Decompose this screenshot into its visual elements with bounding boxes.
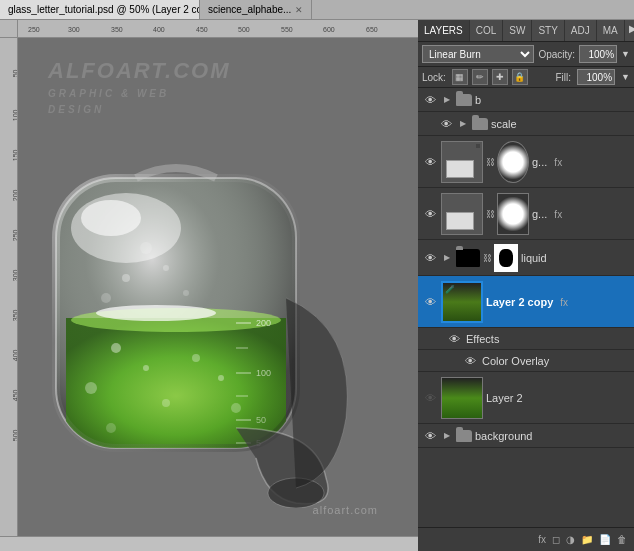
layer-item-name-g2: g... [532, 208, 547, 220]
layer-group-b[interactable]: 👁 ▶ b [418, 88, 634, 112]
ruler-top-mark: 350 [111, 26, 123, 33]
chain-liquid: ⛓ [483, 253, 491, 263]
tab-styles[interactable]: STY [532, 20, 564, 41]
blend-row: Linear Burn Opacity: ▼ [418, 42, 634, 67]
tab-inactive[interactable]: science_alphabe... ✕ [200, 0, 312, 19]
layer-name-b: b [475, 94, 630, 106]
panel-tab-overflow-arrow[interactable]: ▶▶ [625, 20, 634, 41]
panel-bottom-bar: fx ◻ ◑ 📁 📄 🗑 [418, 527, 634, 551]
scrollbar-horizontal[interactable] [18, 536, 418, 551]
eye-scale[interactable]: 👁 [438, 116, 454, 132]
svg-point-10 [218, 375, 224, 381]
layer-item-name-layer2: Layer 2 [486, 392, 523, 404]
eye-liquid[interactable]: 👁 [422, 250, 438, 266]
svg-point-28 [101, 293, 111, 303]
tab-swatches[interactable]: SW [503, 20, 532, 41]
chain-g1: ⛓ [486, 157, 494, 167]
folder-icon-scale [472, 118, 488, 130]
canvas-content: ALFOART.COM GRAPHIC & WEB DESIGN [18, 38, 418, 536]
layer-thumb-layer2copy: 🧪 [441, 281, 483, 323]
ruler-left: 50 100 150 200 250 300 350 400 450 500 [0, 38, 18, 551]
layer-info-layer2copy: Layer 2 copy fx [486, 296, 630, 308]
tab-label-active: glass_letter_tutorial.psd @ 50% (Layer 2… [8, 4, 200, 15]
eye-effects[interactable]: 👁 [446, 331, 462, 347]
ruler-top-mark: 550 [281, 26, 293, 33]
svg-point-6 [111, 343, 121, 353]
ruler-top-mark: 300 [68, 26, 80, 33]
fx-badge-g2: fx [554, 209, 562, 220]
opacity-arrow[interactable]: ▼ [621, 49, 630, 59]
layer-group-background[interactable]: 👁 ▶ background [418, 424, 634, 448]
ruler-corner [0, 20, 18, 38]
svg-point-25 [81, 200, 141, 236]
panels-area: LAYERS COL SW STY ADJ MA ▶▶ Linear Burn [418, 20, 634, 551]
tab-close-inactive[interactable]: ✕ [295, 5, 303, 15]
lock-pixels-btn[interactable]: ✏ [472, 69, 488, 85]
layer-item-g2[interactable]: 👁 ⛓ g... fx [418, 188, 634, 240]
create-style-btn[interactable]: fx [538, 534, 546, 545]
layer-name-scale: scale [491, 118, 630, 130]
svg-point-5 [96, 305, 216, 321]
tab-masks[interactable]: MA [597, 20, 625, 41]
layer-item-layer2[interactable]: 👁 Layer 2 [418, 372, 634, 424]
lock-transparent-btn[interactable]: ▦ [452, 69, 468, 85]
canvas-area: 250 300 350 400 450 500 550 600 650 50 1… [0, 20, 418, 551]
arrow-scale[interactable]: ▶ [457, 118, 469, 130]
eye-layer2copy[interactable]: 👁 [422, 294, 438, 310]
layer-item-layer2copy[interactable]: 👁 🧪 Layer 2 copy fx [418, 276, 634, 328]
ruler-top-mark: 500 [238, 26, 250, 33]
layer-list: 👁 ▶ b 👁 ▶ scale 👁 ⛓ [418, 88, 634, 527]
tab-layers[interactable]: LAYERS [418, 20, 470, 41]
lock-position-btn[interactable]: ✚ [492, 69, 508, 85]
eye-layer2[interactable]: 👁 [422, 390, 438, 406]
folder-icon-background [456, 430, 472, 442]
layer-group-scale[interactable]: 👁 ▶ scale [418, 112, 634, 136]
eye-background[interactable]: 👁 [422, 428, 438, 444]
create-layer-btn[interactable]: 📄 [599, 534, 611, 545]
svg-point-11 [162, 399, 170, 407]
arrow-b[interactable]: ▶ [441, 94, 453, 106]
fill-label: Fill: [556, 72, 572, 83]
lock-all-btn[interactable]: 🔒 [512, 69, 528, 85]
svg-point-26 [122, 274, 130, 282]
liquid-mask [494, 244, 518, 272]
tab-color[interactable]: COL [470, 20, 504, 41]
svg-point-9 [85, 382, 97, 394]
flask-illustration: 200 100 50 5 [36, 148, 401, 508]
scrollbar-corner [0, 536, 18, 551]
canvas-credit: alfoart.com [313, 504, 378, 516]
lock-row: Lock: ▦ ✏ ✚ 🔒 Fill: ▼ [418, 67, 634, 88]
svg-point-12 [106, 423, 116, 433]
create-mask-btn[interactable]: ◻ [552, 534, 560, 545]
layer-name-background: background [475, 430, 630, 442]
eye-g2[interactable]: 👁 [422, 206, 438, 222]
arrow-background[interactable]: ▶ [441, 430, 453, 442]
eye-coloroverlay[interactable]: 👁 [462, 353, 478, 369]
blend-mode-select[interactable]: Linear Burn [422, 45, 534, 63]
arrow-liquid[interactable]: ▶ [441, 252, 453, 264]
ruler-top-mark: 450 [196, 26, 208, 33]
fill-input[interactable] [577, 69, 615, 85]
layer-item-g1[interactable]: 👁 ⛓ g... fx [418, 136, 634, 188]
layer-group-liquid[interactable]: 👁 ▶ ⛓ liquid [418, 240, 634, 276]
fill-arrow[interactable]: ▼ [621, 72, 630, 82]
delete-layer-btn[interactable]: 🗑 [617, 534, 627, 545]
watermark-line1: ALFOART.COM [48, 58, 231, 84]
watermark-line3: DESIGN [48, 104, 231, 116]
layer-thumb-g1 [441, 141, 483, 183]
tab-adjustments[interactable]: ADJ [565, 20, 597, 41]
eye-b[interactable]: 👁 [422, 92, 438, 108]
opacity-input[interactable] [579, 45, 617, 63]
svg-point-27 [163, 265, 169, 271]
lock-label: Lock: [422, 72, 446, 83]
tab-label-inactive: science_alphabe... [208, 4, 291, 15]
main-layout: 250 300 350 400 450 500 550 600 650 50 1… [0, 20, 634, 551]
layer-info-g1: g... fx [532, 156, 630, 168]
create-folder-btn[interactable]: 📁 [581, 534, 593, 545]
create-adjustment-btn[interactable]: ◑ [566, 534, 575, 545]
layer-info-liquid: liquid [521, 252, 630, 264]
tab-active[interactable]: glass_letter_tutorial.psd @ 50% (Layer 2… [0, 0, 200, 19]
folder-icon-b [456, 94, 472, 106]
label-coloroverlay: Color Overlay [482, 355, 549, 367]
eye-g1[interactable]: 👁 [422, 154, 438, 170]
